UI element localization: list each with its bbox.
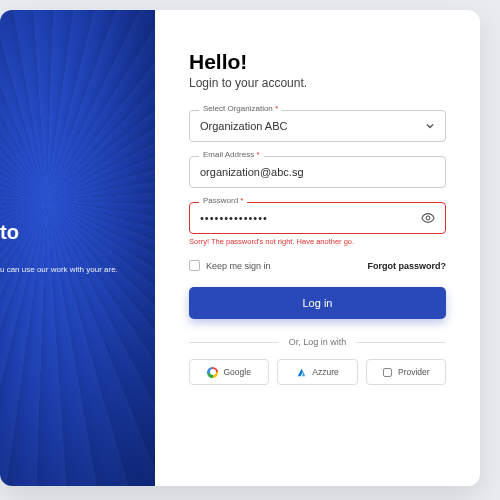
eye-icon[interactable] xyxy=(421,211,435,225)
provider-button[interactable]: Provider xyxy=(366,359,446,385)
organization-select[interactable]: Organization ABC xyxy=(189,110,446,142)
organization-field: Select Organization * Organization ABC xyxy=(189,110,446,142)
organization-label: Select Organization * xyxy=(199,104,282,113)
organization-value: Organization ABC xyxy=(200,120,287,132)
page-title: Hello! xyxy=(189,50,446,74)
social-login-row: Google Azzure Provider xyxy=(189,359,446,385)
password-label: Password * xyxy=(199,196,247,205)
chevron-down-icon xyxy=(425,121,435,131)
divider: Or, Log in with xyxy=(189,337,446,347)
azure-button[interactable]: Azzure xyxy=(277,359,357,385)
password-error: Sorry! The password's not right. Have an… xyxy=(189,237,446,246)
options-row: Keep me sign in Forgot password? xyxy=(189,260,446,271)
welcome-description: u can use our work with your are. xyxy=(0,264,141,276)
divider-line xyxy=(189,342,279,343)
keep-checkbox[interactable] xyxy=(189,260,200,271)
keep-signed-in[interactable]: Keep me sign in xyxy=(189,260,271,271)
azure-icon xyxy=(296,367,307,378)
email-label: Email Address * xyxy=(199,150,264,159)
google-label: Google xyxy=(223,367,250,377)
welcome-heading: to xyxy=(0,220,141,244)
login-form: Hello! Login to your account. Select Org… xyxy=(155,10,480,486)
login-button[interactable]: Log in xyxy=(189,287,446,319)
provider-icon xyxy=(382,367,393,378)
email-field[interactable]: organization@abc.sg xyxy=(189,156,446,188)
google-icon xyxy=(207,367,218,378)
password-value: •••••••••••••• xyxy=(200,212,268,224)
page-subtitle: Login to your account. xyxy=(189,76,446,90)
email-value: organization@abc.sg xyxy=(200,166,304,178)
divider-line xyxy=(356,342,446,343)
email-field-wrapper: Email Address * organization@abc.sg xyxy=(189,156,446,188)
login-card: to u can use our work with your are. Hel… xyxy=(0,10,480,486)
password-field-wrapper: Password * •••••••••••••• Sorry! The pas… xyxy=(189,202,446,246)
google-button[interactable]: Google xyxy=(189,359,269,385)
password-field[interactable]: •••••••••••••• xyxy=(189,202,446,234)
keep-label: Keep me sign in xyxy=(206,261,271,271)
azure-label: Azzure xyxy=(312,367,338,377)
divider-label: Or, Log in with xyxy=(289,337,347,347)
provider-label: Provider xyxy=(398,367,430,377)
hero-panel: to u can use our work with your are. xyxy=(0,10,155,486)
forgot-password-link[interactable]: Forgot password? xyxy=(368,261,447,271)
svg-point-0 xyxy=(426,216,430,220)
